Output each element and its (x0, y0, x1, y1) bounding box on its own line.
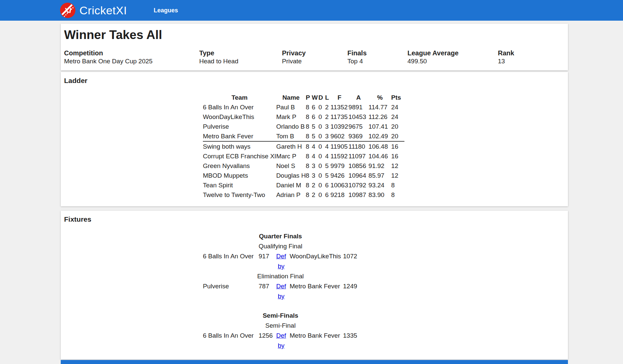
meta-item-rank: Rank 13 (498, 49, 514, 65)
fixture: Qualifying Final 6 Balls In An Over 917 … (203, 241, 358, 271)
cell-points: 16 (391, 151, 404, 161)
home-score: 787 (259, 281, 273, 291)
meta-value: 13 (498, 57, 514, 65)
cell-wins: 3 (312, 161, 318, 171)
cell-wins: 4 (312, 151, 318, 161)
meta-value: Head to Head (199, 57, 282, 65)
cell-points: 8 (391, 180, 404, 190)
column-header-for: F (330, 93, 348, 102)
cell-name: Noel S (276, 161, 306, 171)
stage-matches: Qualifying Final 6 Balls In An Over 917 … (203, 241, 358, 301)
cell-wins: 5 (312, 122, 318, 131)
cell-draws: 0 (318, 102, 325, 112)
cell-wins: 4 (312, 141, 318, 151)
cell-team: Corrupt ECB Franchise XI (203, 151, 276, 161)
cell-draws: 0 (318, 190, 325, 200)
app-header: XI CricketXI Leagues (0, 0, 623, 21)
cell-against: 10792 (348, 180, 368, 190)
page-title: Winner Takes All (64, 28, 565, 42)
cell-for: 9979 (330, 161, 348, 171)
cell-played: 8 (306, 112, 312, 122)
home-team: Pulverise (203, 281, 259, 291)
result-link[interactable]: Def by (276, 332, 286, 349)
fixtures-heading: Fixtures (64, 215, 565, 223)
cell-for: 11352 (330, 102, 348, 112)
cell-wins: 6 (312, 112, 318, 122)
column-header-losses: L (325, 93, 330, 102)
away-score: 1335 (343, 331, 358, 341)
cell-name: Tom B (276, 131, 306, 141)
cell-percent: 106.48 (368, 141, 391, 151)
cell-played: 8 (306, 151, 312, 161)
ladder-row: Metro Bank Fever Tom B 8 5 0 3 9602 9369… (203, 131, 404, 141)
match-row: 6 Balls In An Over 1256 Def by Metro Ban… (203, 331, 358, 351)
ladder-row: MBOD Muppets Douglas H 8 3 0 5 9426 1096… (203, 171, 404, 180)
match-result: Def by (273, 251, 290, 271)
cell-against: 9675 (348, 122, 368, 131)
result-link[interactable]: Def by (276, 283, 286, 300)
cell-percent: 102.49 (368, 131, 391, 141)
cell-for: 9218 (330, 190, 348, 200)
cell-losses: 6 (325, 180, 330, 190)
cell-percent: 83.90 (368, 190, 391, 200)
cell-percent: 91.92 (368, 161, 391, 171)
match-row: Pulverise 787 Def by Metro Bank Fever 12… (203, 281, 358, 301)
cell-team: Green Nyvallans (203, 161, 276, 171)
cell-for: 9426 (330, 171, 348, 180)
meta-item-competition: Competition Metro Bank One Day Cup 2025 (64, 49, 199, 65)
cell-points: 24 (391, 102, 404, 112)
cell-points: 8 (391, 190, 404, 200)
nav-item-leagues[interactable]: Leagues (153, 7, 178, 14)
away-score: 1249 (343, 281, 358, 291)
cell-played: 8 (306, 102, 312, 112)
cell-for: 10392 (330, 122, 348, 131)
fixtures-stage: Quarter Finals Qualifying Final 6 Balls … (203, 231, 358, 301)
cell-losses: 2 (325, 102, 330, 112)
cell-played: 8 (306, 190, 312, 200)
cell-wins: 6 (312, 102, 318, 112)
brand-home-link[interactable]: XI CricketXI (60, 3, 127, 18)
fixture: Semi-Final 6 Balls In An Over 1256 Def b… (203, 321, 358, 351)
meta-label: Privacy (282, 49, 347, 57)
cell-played: 8 (306, 171, 312, 180)
ladder-row: WoonDayLikeThis Mark P 8 6 0 2 11735 104… (203, 112, 404, 122)
cell-draws: 0 (318, 180, 325, 190)
ladder-body: 6 Balls In An Over Paul B 8 6 0 2 11352 … (203, 102, 404, 200)
cell-for: 11735 (330, 112, 348, 122)
cell-played: 8 (306, 161, 312, 171)
cell-percent: 107.41 (368, 122, 391, 131)
cell-losses: 3 (325, 131, 330, 141)
stage-matches: Semi-Final 6 Balls In An Over 1256 Def b… (203, 321, 358, 351)
home-score: 917 (259, 251, 273, 261)
home-team: 6 Balls In An Over (203, 331, 259, 341)
cell-against: 11180 (348, 141, 368, 151)
cell-team: MBOD Muppets (203, 171, 276, 180)
ladder-table: Team Name P W D L F A % Pts 6 Balls In A… (203, 93, 404, 200)
away-team: Metro Bank Fever (290, 331, 343, 341)
column-header-name: Name (276, 93, 306, 102)
ladder-row: Pulverise Orlando B 8 5 0 3 10392 9675 1… (203, 122, 404, 131)
cell-draws: 0 (318, 141, 325, 151)
meta-item-league-average: League Average 499.50 (407, 49, 498, 65)
cell-team: Pulverise (203, 122, 276, 131)
round-label: Elimination Final (203, 271, 358, 281)
cell-draws: 0 (318, 151, 325, 161)
result-link[interactable]: Def by (276, 253, 286, 270)
cell-for: 11905 (330, 141, 348, 151)
ladder-row: 6 Balls In An Over Paul B 8 6 0 2 11352 … (203, 102, 404, 112)
cell-losses: 6 (325, 190, 330, 200)
meta-label: Rank (498, 49, 514, 57)
cell-percent: 114.77 (368, 102, 391, 112)
footer-bar (61, 360, 568, 364)
cell-draws: 0 (318, 112, 325, 122)
ladder-header-row: Team Name P W D L F A % Pts (203, 93, 404, 102)
ladder-row: Tean Spirit Daniel M 8 2 0 6 10063 10792… (203, 180, 404, 190)
cricketxi-logo-icon: XI (60, 3, 75, 18)
league-summary-card: Winner Takes All Competition Metro Bank … (61, 24, 568, 70)
fixtures-stage: Semi-Finals Semi-Final 6 Balls In An Ove… (203, 311, 358, 351)
cell-team: Twelve to Twenty-Two (203, 190, 276, 200)
cell-losses: 2 (325, 112, 330, 122)
round-label: Semi-Final (203, 321, 358, 331)
cell-percent: 104.46 (368, 151, 391, 161)
cell-name: Orlando B (276, 122, 306, 131)
